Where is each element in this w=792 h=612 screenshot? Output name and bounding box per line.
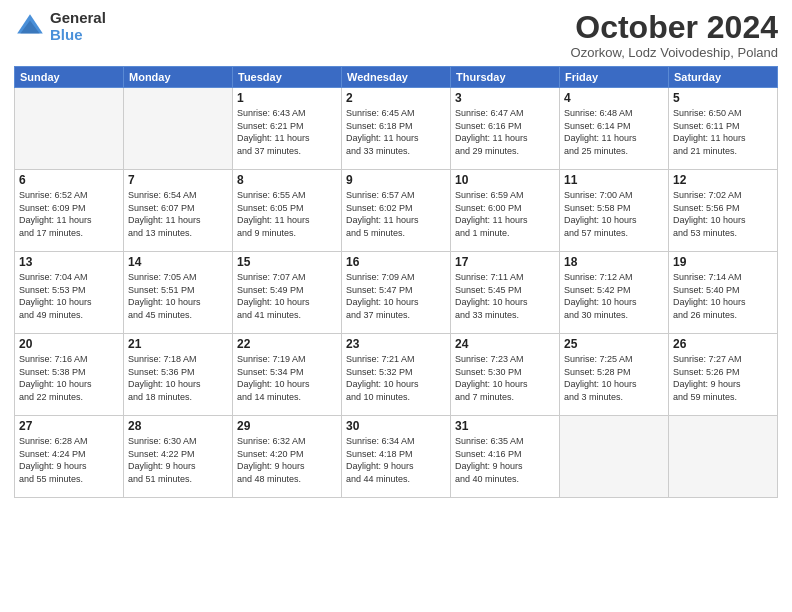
day-number: 29 — [237, 419, 337, 433]
day-info: Sunrise: 7:11 AM Sunset: 5:45 PM Dayligh… — [455, 271, 555, 321]
day-number: 15 — [237, 255, 337, 269]
day-info: Sunrise: 6:54 AM Sunset: 6:07 PM Dayligh… — [128, 189, 228, 239]
day-number: 22 — [237, 337, 337, 351]
calendar-cell: 18Sunrise: 7:12 AM Sunset: 5:42 PM Dayli… — [560, 252, 669, 334]
calendar-cell: 30Sunrise: 6:34 AM Sunset: 4:18 PM Dayli… — [342, 416, 451, 498]
calendar-week-2: 6Sunrise: 6:52 AM Sunset: 6:09 PM Daylig… — [15, 170, 778, 252]
calendar-cell: 24Sunrise: 7:23 AM Sunset: 5:30 PM Dayli… — [451, 334, 560, 416]
day-info: Sunrise: 6:52 AM Sunset: 6:09 PM Dayligh… — [19, 189, 119, 239]
calendar-cell — [560, 416, 669, 498]
day-info: Sunrise: 6:48 AM Sunset: 6:14 PM Dayligh… — [564, 107, 664, 157]
calendar-cell: 29Sunrise: 6:32 AM Sunset: 4:20 PM Dayli… — [233, 416, 342, 498]
day-number: 21 — [128, 337, 228, 351]
day-info: Sunrise: 6:30 AM Sunset: 4:22 PM Dayligh… — [128, 435, 228, 485]
logo-text: General Blue — [50, 10, 106, 43]
logo-blue: Blue — [50, 27, 106, 44]
day-info: Sunrise: 7:09 AM Sunset: 5:47 PM Dayligh… — [346, 271, 446, 321]
day-info: Sunrise: 6:28 AM Sunset: 4:24 PM Dayligh… — [19, 435, 119, 485]
day-number: 28 — [128, 419, 228, 433]
day-number: 18 — [564, 255, 664, 269]
day-number: 23 — [346, 337, 446, 351]
col-monday: Monday — [124, 67, 233, 88]
day-info: Sunrise: 6:34 AM Sunset: 4:18 PM Dayligh… — [346, 435, 446, 485]
col-sunday: Sunday — [15, 67, 124, 88]
month-title: October 2024 — [571, 10, 778, 45]
calendar-cell: 4Sunrise: 6:48 AM Sunset: 6:14 PM Daylig… — [560, 88, 669, 170]
day-number: 26 — [673, 337, 773, 351]
calendar-cell: 1Sunrise: 6:43 AM Sunset: 6:21 PM Daylig… — [233, 88, 342, 170]
calendar-cell: 6Sunrise: 6:52 AM Sunset: 6:09 PM Daylig… — [15, 170, 124, 252]
calendar-cell: 17Sunrise: 7:11 AM Sunset: 5:45 PM Dayli… — [451, 252, 560, 334]
day-info: Sunrise: 6:45 AM Sunset: 6:18 PM Dayligh… — [346, 107, 446, 157]
calendar-cell: 23Sunrise: 7:21 AM Sunset: 5:32 PM Dayli… — [342, 334, 451, 416]
day-number: 17 — [455, 255, 555, 269]
calendar-cell: 10Sunrise: 6:59 AM Sunset: 6:00 PM Dayli… — [451, 170, 560, 252]
calendar-cell: 13Sunrise: 7:04 AM Sunset: 5:53 PM Dayli… — [15, 252, 124, 334]
col-tuesday: Tuesday — [233, 67, 342, 88]
calendar-cell: 14Sunrise: 7:05 AM Sunset: 5:51 PM Dayli… — [124, 252, 233, 334]
day-number: 1 — [237, 91, 337, 105]
day-number: 27 — [19, 419, 119, 433]
header: General Blue October 2024 Ozorkow, Lodz … — [14, 10, 778, 60]
day-info: Sunrise: 7:19 AM Sunset: 5:34 PM Dayligh… — [237, 353, 337, 403]
calendar-cell: 25Sunrise: 7:25 AM Sunset: 5:28 PM Dayli… — [560, 334, 669, 416]
col-wednesday: Wednesday — [342, 67, 451, 88]
day-info: Sunrise: 6:55 AM Sunset: 6:05 PM Dayligh… — [237, 189, 337, 239]
logo: General Blue — [14, 10, 106, 43]
day-number: 12 — [673, 173, 773, 187]
day-info: Sunrise: 6:47 AM Sunset: 6:16 PM Dayligh… — [455, 107, 555, 157]
day-number: 9 — [346, 173, 446, 187]
calendar-cell: 26Sunrise: 7:27 AM Sunset: 5:26 PM Dayli… — [669, 334, 778, 416]
day-number: 8 — [237, 173, 337, 187]
calendar-week-5: 27Sunrise: 6:28 AM Sunset: 4:24 PM Dayli… — [15, 416, 778, 498]
day-info: Sunrise: 6:43 AM Sunset: 6:21 PM Dayligh… — [237, 107, 337, 157]
page: General Blue October 2024 Ozorkow, Lodz … — [0, 0, 792, 612]
col-friday: Friday — [560, 67, 669, 88]
day-number: 19 — [673, 255, 773, 269]
calendar-cell: 9Sunrise: 6:57 AM Sunset: 6:02 PM Daylig… — [342, 170, 451, 252]
day-number: 24 — [455, 337, 555, 351]
calendar-cell: 27Sunrise: 6:28 AM Sunset: 4:24 PM Dayli… — [15, 416, 124, 498]
col-thursday: Thursday — [451, 67, 560, 88]
subtitle: Ozorkow, Lodz Voivodeship, Poland — [571, 45, 778, 60]
day-number: 4 — [564, 91, 664, 105]
day-info: Sunrise: 7:00 AM Sunset: 5:58 PM Dayligh… — [564, 189, 664, 239]
calendar-cell: 21Sunrise: 7:18 AM Sunset: 5:36 PM Dayli… — [124, 334, 233, 416]
day-info: Sunrise: 7:21 AM Sunset: 5:32 PM Dayligh… — [346, 353, 446, 403]
calendar-cell — [15, 88, 124, 170]
day-info: Sunrise: 7:16 AM Sunset: 5:38 PM Dayligh… — [19, 353, 119, 403]
day-number: 5 — [673, 91, 773, 105]
day-info: Sunrise: 7:18 AM Sunset: 5:36 PM Dayligh… — [128, 353, 228, 403]
day-info: Sunrise: 7:07 AM Sunset: 5:49 PM Dayligh… — [237, 271, 337, 321]
calendar-header-row: Sunday Monday Tuesday Wednesday Thursday… — [15, 67, 778, 88]
calendar-cell: 12Sunrise: 7:02 AM Sunset: 5:56 PM Dayli… — [669, 170, 778, 252]
day-number: 31 — [455, 419, 555, 433]
logo-general: General — [50, 10, 106, 27]
day-number: 7 — [128, 173, 228, 187]
calendar-cell: 28Sunrise: 6:30 AM Sunset: 4:22 PM Dayli… — [124, 416, 233, 498]
day-number: 20 — [19, 337, 119, 351]
day-info: Sunrise: 7:14 AM Sunset: 5:40 PM Dayligh… — [673, 271, 773, 321]
calendar-cell: 11Sunrise: 7:00 AM Sunset: 5:58 PM Dayli… — [560, 170, 669, 252]
calendar-cell: 2Sunrise: 6:45 AM Sunset: 6:18 PM Daylig… — [342, 88, 451, 170]
calendar-week-4: 20Sunrise: 7:16 AM Sunset: 5:38 PM Dayli… — [15, 334, 778, 416]
day-number: 10 — [455, 173, 555, 187]
calendar-table: Sunday Monday Tuesday Wednesday Thursday… — [14, 66, 778, 498]
calendar-cell: 7Sunrise: 6:54 AM Sunset: 6:07 PM Daylig… — [124, 170, 233, 252]
day-info: Sunrise: 7:25 AM Sunset: 5:28 PM Dayligh… — [564, 353, 664, 403]
day-number: 13 — [19, 255, 119, 269]
calendar-cell: 31Sunrise: 6:35 AM Sunset: 4:16 PM Dayli… — [451, 416, 560, 498]
day-number: 30 — [346, 419, 446, 433]
calendar-week-1: 1Sunrise: 6:43 AM Sunset: 6:21 PM Daylig… — [15, 88, 778, 170]
calendar-cell: 8Sunrise: 6:55 AM Sunset: 6:05 PM Daylig… — [233, 170, 342, 252]
day-number: 3 — [455, 91, 555, 105]
day-info: Sunrise: 6:50 AM Sunset: 6:11 PM Dayligh… — [673, 107, 773, 157]
day-info: Sunrise: 6:35 AM Sunset: 4:16 PM Dayligh… — [455, 435, 555, 485]
calendar-cell: 20Sunrise: 7:16 AM Sunset: 5:38 PM Dayli… — [15, 334, 124, 416]
calendar-cell: 19Sunrise: 7:14 AM Sunset: 5:40 PM Dayli… — [669, 252, 778, 334]
day-number: 16 — [346, 255, 446, 269]
calendar-cell — [669, 416, 778, 498]
day-info: Sunrise: 7:27 AM Sunset: 5:26 PM Dayligh… — [673, 353, 773, 403]
calendar-cell — [124, 88, 233, 170]
calendar-cell: 16Sunrise: 7:09 AM Sunset: 5:47 PM Dayli… — [342, 252, 451, 334]
